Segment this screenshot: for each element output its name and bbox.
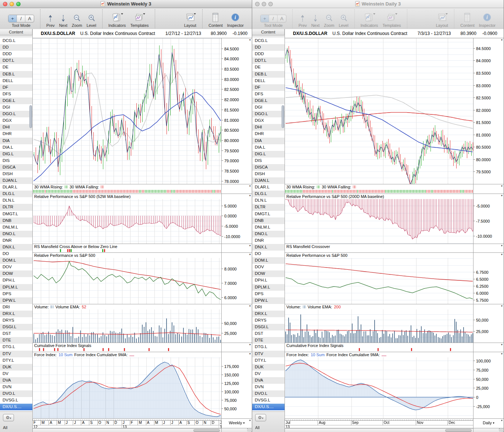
panel-plot-rplines[interactable]: Relative Performance vs S&P 500 (33, 253, 221, 304)
panel-plot-price[interactable] (285, 38, 473, 184)
panel-disclosure-icon[interactable]: ▾ (501, 244, 503, 247)
ticker-list-item[interactable]: DGO.L (0, 111, 32, 117)
ticker-list-item[interactable]: DGX (252, 117, 285, 124)
panel-plot-marks[interactable]: RS Mansfield Cross Above or Below Zero L… (33, 244, 221, 252)
text-tool-icon[interactable]: A (25, 15, 34, 22)
ticker-list-item[interactable]: DOW (252, 270, 285, 277)
ticker-list-item[interactable]: DTY.L (0, 357, 32, 364)
panel-disclosure-icon[interactable]: ▾ (249, 253, 251, 256)
ticker-list-item[interactable]: DV (0, 371, 32, 377)
inspector-button[interactable]: i Inspector (479, 13, 496, 28)
ticker-list-item[interactable]: DVN (0, 384, 32, 390)
ticker-list-item[interactable]: DIA.L (0, 144, 32, 151)
chart-canvas-marks[interactable] (33, 249, 222, 252)
chart-canvas-force[interactable] (285, 357, 473, 418)
ticker-list-item[interactable]: DPLM.L (252, 284, 285, 291)
panel-disclosure-icon[interactable]: ▾ (249, 38, 251, 42)
tool-mode-control[interactable]: + / A Tool Mode (8, 15, 34, 28)
ticker-list-item[interactable]: DDD (252, 51, 285, 57)
ticker-list-item[interactable]: DELL (252, 78, 285, 84)
ticker-list-item[interactable]: DOM.L (0, 257, 32, 264)
ticker-list-item[interactable]: DST (0, 330, 32, 337)
ticker-list-item[interactable]: DGI (252, 104, 285, 111)
panel-plot-hscroll[interactable] (33, 428, 221, 432)
ticker-list-item[interactable]: DDD (0, 51, 32, 57)
ticker-list-item[interactable]: DDT.L (252, 57, 285, 64)
ticker-list-item[interactable]: DNX.L (0, 244, 32, 251)
layout-button[interactable]: Layout (184, 13, 196, 28)
chart-canvas-rphist[interactable] (33, 199, 222, 244)
chart-canvas-price[interactable] (33, 38, 222, 184)
panel-plot-price[interactable] (33, 38, 221, 184)
titlebar[interactable]: Weinstein Daily 3 (252, 0, 504, 8)
ticker-list-item[interactable]: DOV (252, 264, 285, 270)
ticker-list-item[interactable]: DF (0, 84, 32, 91)
ticker-list-item[interactable]: DLAR.L (0, 184, 32, 191)
zoom-out-button[interactable]: Zoom (324, 14, 334, 28)
ticker-list-item[interactable]: DE (252, 64, 285, 71)
filter-all-label[interactable]: All (255, 425, 260, 430)
panel-plot-wma[interactable]: 30 WMA Rising:30 WMA Falling: (285, 184, 473, 194)
horizontal-scrollbar[interactable] (33, 428, 221, 432)
ticker-list-item[interactable]: DTV (0, 351, 32, 357)
zoom-button[interactable] (268, 2, 273, 6)
zoom-in-button[interactable]: Level (86, 14, 96, 28)
ticker-list-item[interactable]: DFS (252, 91, 285, 98)
ticker-list-item[interactable]: DRI (0, 304, 32, 311)
ticker-list-item[interactable]: DD (252, 44, 285, 51)
panel-plot-marks[interactable]: RS Mansfield Crossover (285, 244, 473, 252)
panel-plot-wma[interactable]: 30 WMA Rising:30 WMA Falling: (33, 184, 221, 194)
ticker-list-item[interactable]: DMGT.L (252, 211, 285, 217)
ticker-list-item[interactable]: DEB.L (252, 71, 285, 78)
content-button[interactable]: Content (208, 13, 223, 28)
ticker-list-item[interactable]: DTY.L (252, 357, 285, 364)
panel-plot-months[interactable]: FMAMJJASONDJFMAMJJASONDJ121314 (33, 419, 221, 428)
ticker-list-item[interactable]: DNR (252, 237, 285, 244)
ticker-list-item[interactable]: DLTR (0, 204, 32, 210)
templates-button[interactable]: Templates (130, 13, 149, 28)
chart-canvas-rplines[interactable] (285, 258, 473, 304)
ticker-list-item[interactable]: DPH.L (0, 277, 32, 284)
zoom-out-button[interactable]: Zoom (72, 14, 82, 28)
ticker-list-item[interactable]: DTE (0, 337, 32, 344)
chart-canvas-rphist[interactable] (285, 199, 473, 244)
next-button[interactable]: Next (59, 14, 68, 28)
panel-plot-volume[interactable]: Volume:Volume EMA:52 (33, 304, 221, 343)
panel-disclosure-icon[interactable]: ▾ (501, 184, 503, 188)
crosshair-tool-icon[interactable]: + (8, 15, 17, 22)
gear-action-button[interactable]: ⚙▾ (255, 414, 266, 421)
timeframe-select[interactable]: Daily▾ (473, 421, 504, 425)
ticker-list-item[interactable]: DPW.L (0, 297, 32, 304)
ticker-list-item[interactable]: DEB.L (0, 71, 32, 78)
panel-plot-hscroll[interactable] (285, 428, 473, 432)
ticker-list-item[interactable]: DISCA (0, 164, 32, 171)
text-tool-icon[interactable]: A (278, 15, 286, 22)
ticker-list-item[interactable]: DVSG.L (252, 397, 285, 404)
ticker-list-item[interactable]: DIG.L (0, 151, 32, 157)
chart-canvas-marks[interactable] (285, 348, 473, 352)
inspector-button[interactable]: i Inspector (227, 13, 244, 28)
ticker-list-item[interactable]: DNO.L (0, 231, 32, 237)
ticker-list-item[interactable]: DSGI.L (252, 324, 285, 330)
ticker-list-item[interactable]: DNX.L (252, 244, 285, 251)
layout-button[interactable]: Layout (436, 13, 448, 28)
tool-mode-control[interactable]: + / A Tool Mode (260, 15, 286, 28)
ticker-list-item[interactable]: DLG.L (0, 191, 32, 197)
ticker-list-item[interactable]: DPS (252, 291, 285, 297)
ticker-list-item[interactable]: DNLM.L (0, 224, 32, 231)
prev-button[interactable]: Prev (299, 14, 307, 28)
ticker-list-item[interactable]: DIA (0, 138, 32, 144)
ticker-list-item[interactable]: DTG.L (0, 344, 32, 350)
ticker-list-item[interactable]: DGX (0, 117, 32, 124)
ticker-list-item[interactable]: DNLM.L (252, 224, 285, 231)
ticker-list-item[interactable]: DLTR (252, 204, 285, 210)
ticker-list-item[interactable]: DPLM.L (0, 284, 32, 291)
panel-plot-rphist[interactable]: Relative Performance vs S&P 500 (200D MA… (285, 194, 473, 244)
ticker-list-item[interactable]: DFS (0, 91, 32, 98)
close-button[interactable] (255, 2, 260, 6)
content-button[interactable]: Content (460, 13, 475, 28)
ticker-list-item[interactable]: DRYS (0, 317, 32, 324)
panel-disclosure-icon[interactable]: ▾ (249, 184, 251, 188)
ticker-list-item[interactable]: DRYS (252, 317, 285, 324)
ticker-list-item[interactable]: DTG.L (252, 344, 285, 350)
